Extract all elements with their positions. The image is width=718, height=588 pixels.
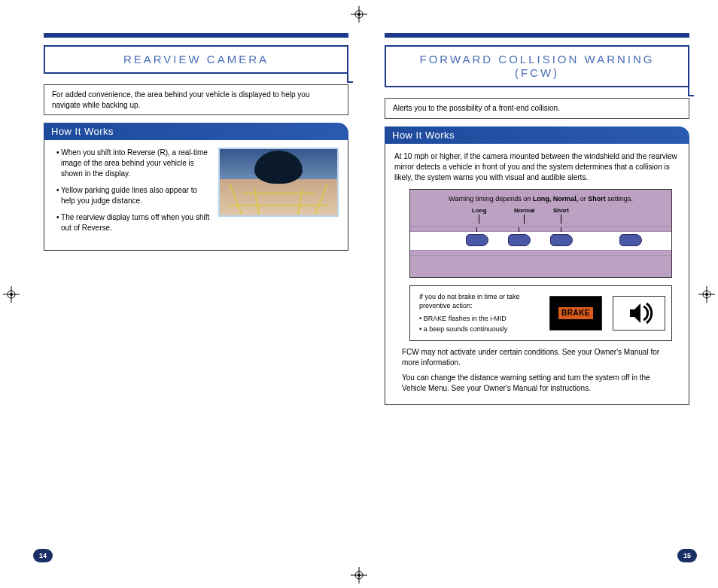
brake-label: BRAKE bbox=[558, 307, 593, 319]
registration-mark-icon bbox=[698, 286, 715, 303]
list-item: When you shift into Reverse (R), a real-… bbox=[56, 148, 211, 179]
caption-bold: Long, Normal, bbox=[533, 195, 579, 203]
label-line bbox=[561, 215, 561, 224]
brake-indicator: BRAKE bbox=[549, 296, 602, 331]
car-icon bbox=[466, 234, 488, 246]
label-text: Short bbox=[553, 206, 569, 215]
title-tail bbox=[688, 86, 694, 96]
title-band-right: FORWARD COLLISION WARNING (FCW) bbox=[385, 45, 689, 87]
diagram-caption: Warning timing depends on Long, Normal, … bbox=[410, 190, 671, 206]
section-body: When you shift into Reverse (R), a real-… bbox=[44, 140, 348, 251]
list-item: BRAKE flashes in the i-MID bbox=[419, 314, 539, 324]
alert-intro: If you do not brake in time or take prev… bbox=[419, 293, 520, 310]
label-short: Short bbox=[553, 206, 569, 224]
caption-part: Warning timing depends on bbox=[449, 195, 533, 203]
registration-mark-icon bbox=[351, 6, 367, 23]
guide-line bbox=[242, 193, 315, 194]
road-lane bbox=[410, 232, 671, 250]
label-line bbox=[479, 215, 479, 224]
range-labels: Long Normal Short bbox=[410, 206, 671, 226]
registration-mark-icon bbox=[351, 567, 367, 583]
page-title: REARVIEW CAMERA bbox=[123, 53, 269, 66]
car-icon bbox=[550, 234, 573, 246]
left-page: REARVIEW CAMERA For added convenience, t… bbox=[33, 33, 359, 405]
rearview-camera-image bbox=[218, 148, 339, 217]
title-band-left: REARVIEW CAMERA bbox=[44, 45, 348, 74]
label-text: Normal bbox=[514, 206, 535, 215]
label-line bbox=[524, 215, 525, 224]
page-number-left: 14 bbox=[33, 549, 53, 562]
range-mark bbox=[561, 227, 561, 232]
road-edge bbox=[410, 250, 671, 256]
label-text: Long bbox=[472, 206, 487, 215]
guide-line bbox=[229, 205, 328, 206]
svg-marker-0 bbox=[630, 303, 640, 323]
intro-text: For added convenience, the area behind y… bbox=[52, 90, 309, 109]
section-header: How It Works bbox=[44, 123, 348, 140]
road-edge bbox=[410, 226, 671, 232]
list-item: a beep sounds continuously bbox=[419, 324, 539, 334]
intro-text: Alerts you to the possibility of a front… bbox=[393, 104, 560, 112]
list-item: Yellow parking guide lines also appear t… bbox=[56, 185, 211, 206]
body-text: At 10 mph or higher, if the camera mount… bbox=[394, 151, 680, 183]
label-long: Long bbox=[472, 206, 487, 224]
note-text: FCW may not activate under certain condi… bbox=[402, 347, 672, 368]
intro-box: For added convenience, the area behind y… bbox=[44, 84, 348, 115]
guide-line bbox=[315, 184, 328, 214]
intro-box: Alerts you to the possibility of a front… bbox=[385, 98, 689, 119]
page-spread: REARVIEW CAMERA For added convenience, t… bbox=[0, 0, 718, 438]
bullet-list: When you shift into Reverse (R), a real-… bbox=[53, 148, 211, 239]
speaker-icon bbox=[624, 300, 654, 326]
caption-bold: Short bbox=[588, 195, 606, 203]
car-icon bbox=[508, 234, 531, 246]
section-header: How It Works bbox=[385, 126, 689, 144]
list-item: The rearview display turns off when you … bbox=[56, 212, 211, 233]
right-page: FORWARD COLLISION WARNING (FCW) Alerts y… bbox=[374, 33, 700, 405]
page-number-right: 15 bbox=[677, 549, 697, 562]
alert-text: If you do not brake in time or take prev… bbox=[416, 292, 539, 334]
beep-indicator bbox=[613, 296, 665, 331]
page-title: FORWARD COLLISION WARNING (FCW) bbox=[420, 53, 655, 79]
title-tail bbox=[347, 72, 353, 83]
guide-line bbox=[229, 184, 242, 214]
range-mark bbox=[476, 227, 477, 232]
alert-list: BRAKE flashes in the i-MID a beep sounds… bbox=[419, 314, 539, 334]
caption-part: settings. bbox=[606, 195, 633, 203]
note-text: You can change the distance warning sett… bbox=[402, 373, 672, 394]
top-rule bbox=[44, 33, 348, 38]
caption-part: or bbox=[578, 195, 588, 203]
range-mark bbox=[519, 227, 519, 232]
top-rule bbox=[385, 33, 689, 38]
fcw-range-diagram: Warning timing depends on Long, Normal, … bbox=[409, 189, 672, 278]
section-body: At 10 mph or higher, if the camera mount… bbox=[385, 144, 689, 405]
label-normal: Normal bbox=[514, 206, 535, 224]
registration-mark-icon bbox=[3, 286, 20, 303]
car-silhouette bbox=[254, 151, 303, 184]
alert-box: If you do not brake in time or take prev… bbox=[409, 285, 672, 341]
notes: FCW may not activate under certain condi… bbox=[394, 347, 680, 394]
car-icon bbox=[619, 234, 642, 246]
